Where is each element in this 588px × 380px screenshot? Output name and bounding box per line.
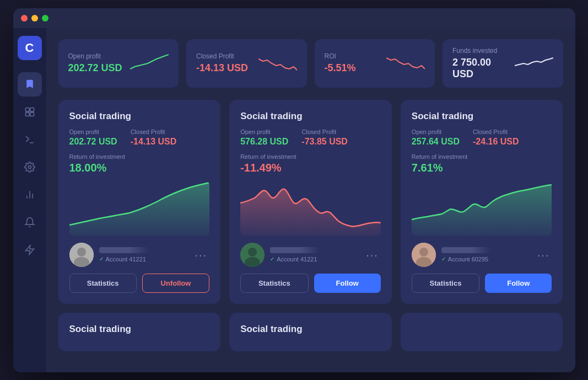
card-2-username-blur xyxy=(270,247,320,253)
open-profit-value: 202.72 USD xyxy=(68,62,122,74)
card-1-check-icon: ✓ xyxy=(99,256,104,262)
titlebar xyxy=(13,8,575,28)
card-3-roi-value: 7.61% xyxy=(412,162,552,174)
sidebar-item-terminal[interactable] xyxy=(18,127,42,152)
stat-card-funds: Funds invested 2 750.00 USD xyxy=(443,39,563,88)
app-window: C xyxy=(13,8,575,372)
card-2-title: Social trading xyxy=(240,111,381,122)
card-3-follow-button[interactable]: Follow xyxy=(485,274,552,293)
card-3-account: ✓ Account 60295 xyxy=(441,256,530,263)
card-1-account: ✓ Account 41221 xyxy=(99,256,187,263)
svg-rect-3 xyxy=(30,112,34,116)
card-1-title: Social trading xyxy=(69,111,210,122)
card-2-follow-button[interactable]: Follow xyxy=(314,274,381,293)
stat-card-closed-profit: Closed Profit -14.13 USD xyxy=(186,39,307,88)
card-1-statistics-button[interactable]: Statistics xyxy=(69,274,137,293)
card-3-statistics-button[interactable]: Statistics xyxy=(412,274,479,293)
card-1-unfollow-button[interactable]: Unfollow xyxy=(142,274,209,293)
card-3-buttons: Statistics Follow xyxy=(412,274,552,293)
main-content: Open profit 202.72 USD Closed Profit -14… xyxy=(46,28,575,372)
card-2-closed-label: Closed Profit xyxy=(301,129,348,135)
minimize-button[interactable] xyxy=(31,15,38,22)
sidebar-item-settings[interactable] xyxy=(18,155,42,179)
sidebar-item-lightning[interactable] xyxy=(18,238,42,262)
maximize-button[interactable] xyxy=(42,15,48,22)
roi-value: -5.51% xyxy=(325,62,356,74)
card-1-open-profit: Open profit 202.72 USD xyxy=(69,129,117,147)
card-2-roi-label: Return of investment xyxy=(240,153,381,160)
card-2-roi: Return of investment -11.49% xyxy=(240,153,381,174)
svg-point-11 xyxy=(77,248,86,256)
bottom-card-3 xyxy=(401,313,563,351)
app-body: C xyxy=(13,28,575,372)
card-2-closed-value: -73.85 USD xyxy=(301,137,348,147)
svg-rect-1 xyxy=(30,108,34,111)
card-3-roi-label: Return of investment xyxy=(412,153,552,160)
sidebar: C xyxy=(13,28,46,372)
card-2-roi-value: -11.49% xyxy=(240,162,381,174)
traffic-lights xyxy=(21,15,48,22)
stat-info-roi: ROI -5.51% xyxy=(325,52,356,74)
funds-label: Funds invested xyxy=(452,47,515,55)
card-3-user-info: ✓ Account 60295 xyxy=(441,247,530,263)
roi-chart xyxy=(386,53,425,73)
logo[interactable]: C xyxy=(18,36,42,60)
card-3-username-blur xyxy=(441,247,491,253)
card-2-profits: Open profit 576.28 USD Closed Profit -73… xyxy=(240,129,381,147)
svg-rect-2 xyxy=(25,112,29,116)
card-2-avatar xyxy=(240,243,265,267)
svg-rect-0 xyxy=(25,108,29,111)
card-3-user-row: ✓ Account 60295 ··· xyxy=(412,243,552,267)
card-2-account: ✓ Account 41221 xyxy=(270,256,358,263)
roi-label: ROI xyxy=(325,52,356,60)
funds-chart xyxy=(515,53,553,73)
card-3-avatar xyxy=(412,243,436,267)
bottom-card-1: Social trading xyxy=(58,313,221,351)
card-1-username-blur xyxy=(99,247,149,253)
card-1-closed-label: Closed Profit xyxy=(131,129,177,135)
stat-info-funds: Funds invested 2 750.00 USD xyxy=(452,47,515,80)
card-1-open-label: Open profit xyxy=(69,129,117,135)
funds-value: 2 750.00 USD xyxy=(452,57,515,80)
card-3-roi: Return of investment 7.61% xyxy=(412,153,552,174)
card-2-open-value: 576.28 USD xyxy=(240,137,288,147)
trading-cards-grid: Social trading Open profit 202.72 USD Cl… xyxy=(58,100,563,304)
card-3-more-button[interactable]: ··· xyxy=(535,247,552,263)
svg-point-14 xyxy=(248,248,257,256)
card-1-profits: Open profit 202.72 USD Closed Profit -14… xyxy=(69,129,210,147)
sidebar-item-chart[interactable] xyxy=(18,183,42,207)
card-2-buttons: Statistics Follow xyxy=(240,274,381,293)
close-button[interactable] xyxy=(21,15,28,22)
card-2-user-row: ✓ Account 41221 ··· xyxy=(240,243,381,267)
svg-marker-9 xyxy=(25,245,34,254)
card-2-more-button[interactable]: ··· xyxy=(364,247,381,263)
svg-point-5 xyxy=(28,165,31,168)
sidebar-item-layout[interactable] xyxy=(18,100,42,124)
card-2-statistics-button[interactable]: Statistics xyxy=(240,274,308,293)
open-profit-chart xyxy=(130,53,169,73)
card-1-roi: Return of investment 18.00% xyxy=(69,153,210,174)
sidebar-item-bookmark[interactable] xyxy=(18,72,42,97)
stat-info-closed-profit: Closed Profit -14.13 USD xyxy=(196,52,248,74)
open-profit-label: Open profit xyxy=(68,52,122,60)
card-1-roi-label: Return of investment xyxy=(69,153,210,160)
sidebar-item-bell[interactable] xyxy=(18,210,42,234)
card-2-open-profit: Open profit 576.28 USD xyxy=(240,129,288,147)
card-3-closed-label: Closed Profit xyxy=(473,129,519,135)
stat-card-open-profit: Open profit 202.72 USD xyxy=(58,39,179,88)
card-3-check-icon: ✓ xyxy=(441,256,446,262)
bottom-card-1-title: Social trading xyxy=(69,324,131,334)
card-2-user-info: ✓ Account 41221 xyxy=(270,247,358,263)
card-3-profits: Open profit 257.64 USD Closed Profit -24… xyxy=(412,129,552,147)
card-1-closed-profit: Closed Profit -14.13 USD xyxy=(131,129,177,147)
card-1-user-info: ✓ Account 41221 xyxy=(99,247,187,263)
card-1-more-button[interactable]: ··· xyxy=(192,247,209,263)
trading-card-3: Social trading Open profit 257.64 USD Cl… xyxy=(401,100,563,304)
card-2-closed-profit: Closed Profit -73.85 USD xyxy=(301,129,348,147)
closed-profit-value: -14.13 USD xyxy=(196,62,248,74)
card-2-check-icon: ✓ xyxy=(270,256,274,262)
card-3-open-value: 257.64 USD xyxy=(412,137,460,147)
card-1-open-value: 202.72 USD xyxy=(69,137,117,147)
card-2-open-label: Open profit xyxy=(240,129,288,135)
closed-profit-label: Closed Profit xyxy=(196,52,248,60)
